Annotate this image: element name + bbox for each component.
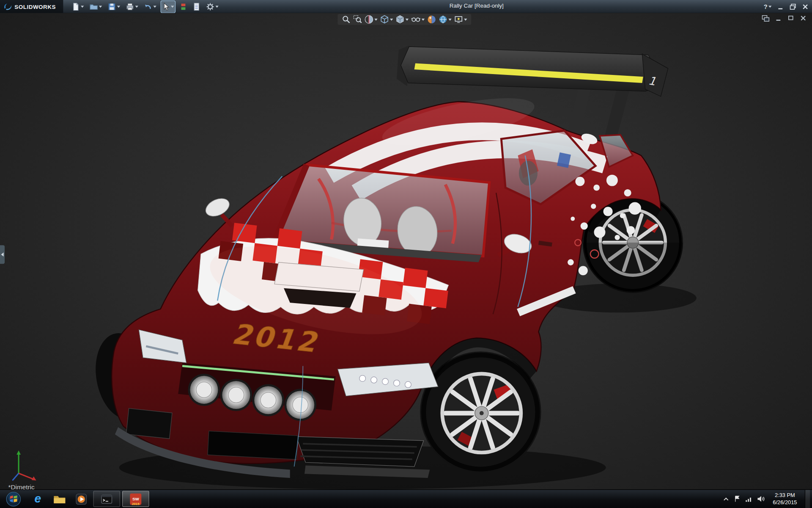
solidworks-app-icon: SW 2015: [130, 493, 141, 505]
orientation-triad-icon: [10, 448, 39, 483]
internet-explorer-icon: e: [35, 492, 41, 504]
taskbar: e SW 2015: [0, 489, 812, 508]
zoom-to-fit-button[interactable]: [342, 15, 351, 24]
show-desktop-button[interactable]: [805, 490, 810, 508]
save-button[interactable]: [107, 1, 121, 12]
media-player-button[interactable]: [71, 490, 92, 508]
section-view-icon: [365, 15, 373, 24]
featuremanager-flyout-tab[interactable]: [0, 245, 5, 264]
rear-spoiler: 1: [397, 46, 668, 97]
help-glyph: ?: [764, 3, 768, 10]
solidworks-year-badge: 2015: [130, 502, 141, 505]
minimize-button[interactable]: [777, 3, 784, 10]
close-button[interactable]: [802, 3, 809, 10]
heads-up-toolbar: [337, 14, 471, 25]
file-explorer-button[interactable]: [49, 490, 70, 508]
internet-explorer-button[interactable]: e: [27, 490, 49, 508]
print-icon: [126, 3, 134, 11]
solidworks-badge: SW: [132, 497, 139, 501]
file-properties-icon: [193, 3, 200, 11]
dropdown-arrow-icon[interactable]: [422, 18, 425, 20]
solidworks-window: SOLIDWORKS: [0, 0, 812, 508]
windows-start-icon: [5, 491, 21, 507]
view-settings-icon: [454, 15, 463, 24]
doc-minimize-button[interactable]: [775, 15, 782, 22]
dropdown-arrow-icon[interactable]: [81, 6, 84, 8]
doc-close-button[interactable]: [800, 15, 807, 22]
dropdown-arrow-icon[interactable]: [117, 6, 120, 8]
help-button[interactable]: ?: [764, 3, 772, 10]
options-button[interactable]: [205, 1, 219, 12]
options-gear-icon: [206, 3, 214, 11]
zoom-to-area-button[interactable]: [353, 15, 362, 24]
hide-show-items-button[interactable]: [411, 15, 425, 24]
view-orientation-icon: [380, 15, 389, 24]
zoom-to-area-icon: [353, 15, 362, 24]
new-document-button[interactable]: [71, 1, 85, 12]
volume-icon[interactable]: [757, 496, 765, 502]
doc-restore-button[interactable]: [787, 15, 794, 22]
dropdown-arrow-icon[interactable]: [768, 6, 771, 8]
dropdown-arrow-icon[interactable]: [464, 18, 467, 20]
select-button[interactable]: [161, 1, 175, 12]
command-prompt-icon: [101, 494, 112, 504]
maximize-button[interactable]: [789, 3, 796, 10]
dropdown-arrow-icon[interactable]: [171, 6, 174, 8]
spoiler-strut: [568, 84, 591, 138]
edit-appearance-button[interactable]: [427, 15, 436, 24]
dropdown-arrow-icon[interactable]: [215, 6, 218, 8]
folder-icon: [53, 493, 66, 505]
section-view-button[interactable]: [365, 15, 378, 24]
view-orientation-button[interactable]: [380, 15, 393, 24]
dropdown-arrow-icon[interactable]: [374, 18, 377, 20]
open-folder-icon: [90, 3, 98, 11]
doc-restore-group-button[interactable]: [762, 15, 769, 22]
clock-time: 2:33 PM: [773, 492, 797, 499]
view-settings-button[interactable]: [454, 15, 467, 24]
document-window-controls: [762, 15, 807, 22]
display-style-icon: [396, 15, 405, 24]
file-properties-button[interactable]: [192, 1, 201, 12]
zoom-to-fit-icon: [342, 15, 351, 24]
apply-scene-button[interactable]: [439, 15, 452, 24]
main-toolbar: [63, 1, 219, 12]
tray-expand-button[interactable]: [723, 496, 730, 501]
print-button[interactable]: [125, 1, 139, 12]
3d-viewport[interactable]: 1: [0, 13, 812, 490]
dropdown-arrow-icon[interactable]: [448, 18, 451, 20]
network-icon[interactable]: [745, 496, 752, 502]
spoiler-strut: [605, 87, 630, 139]
undo-button[interactable]: [143, 1, 157, 12]
license-plate: [208, 431, 298, 459]
solidworks-logo: SOLIDWORKS: [0, 0, 63, 13]
select-cursor-icon: [162, 3, 170, 11]
dropdown-arrow-icon[interactable]: [390, 18, 393, 20]
taskbar-clock[interactable]: 2:33 PM 6/26/2015: [770, 492, 800, 506]
dropdown-arrow-icon[interactable]: [99, 6, 102, 8]
window-title: Rally Car [Read-only]: [450, 3, 504, 9]
rebuild-icon: [180, 3, 187, 11]
hide-show-items-icon: [411, 15, 420, 24]
dropdown-arrow-icon[interactable]: [135, 6, 138, 8]
bumper-vent: [126, 409, 172, 439]
display-style-button[interactable]: [396, 15, 409, 24]
dropdown-arrow-icon[interactable]: [153, 6, 156, 8]
brand-text: SOLIDWORKS: [14, 3, 56, 10]
open-button[interactable]: [88, 1, 103, 12]
rally-car-model: 1: [0, 13, 812, 490]
action-center-flag-icon[interactable]: [734, 496, 741, 502]
titlebar: SOLIDWORKS: [0, 0, 812, 13]
edit-appearance-icon: [427, 15, 436, 24]
clock-date: 6/26/2015: [773, 499, 797, 506]
flyout-arrow-icon: [1, 252, 3, 257]
start-button[interactable]: [0, 491, 27, 507]
save-icon: [108, 3, 116, 11]
command-prompt-window-button[interactable]: [93, 491, 120, 507]
system-tray: 2:33 PM 6/26/2015: [723, 490, 812, 508]
solidworks-window-button[interactable]: SW 2015: [122, 491, 149, 507]
undo-icon: [144, 3, 152, 11]
dropdown-arrow-icon[interactable]: [406, 18, 409, 20]
media-player-icon: [75, 493, 88, 505]
apply-scene-icon: [439, 15, 447, 24]
rebuild-button[interactable]: [178, 1, 188, 12]
